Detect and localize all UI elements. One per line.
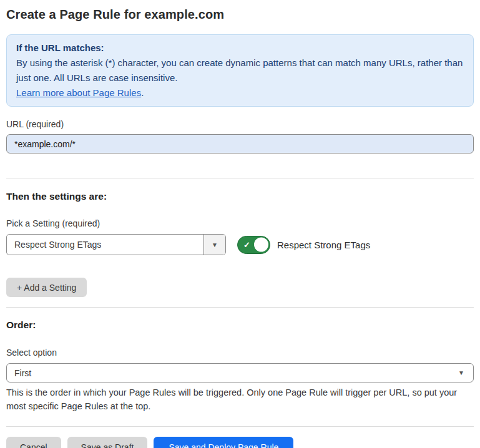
- footer-actions: Cancel Save as Draft Save and Deploy Pag…: [6, 437, 474, 448]
- setting-select-value: Respect Strong ETags: [7, 235, 203, 255]
- settings-section-heading: Then the settings are:: [6, 190, 474, 202]
- url-input[interactable]: [6, 134, 474, 153]
- chevron-down-icon: ▼: [212, 241, 218, 248]
- order-help-text: This is the order in which your Page Rul…: [6, 386, 474, 413]
- add-setting-button[interactable]: + Add a Setting: [6, 278, 87, 297]
- setting-select[interactable]: Respect Strong ETags ▼: [6, 234, 226, 255]
- url-field-label: URL (required): [6, 119, 474, 130]
- setting-toggle[interactable]: ✓: [237, 236, 270, 254]
- link-suffix: .: [141, 87, 144, 98]
- info-box-body: By using the asterisk (*) character, you…: [16, 56, 464, 85]
- toggle-label: Respect Strong ETags: [277, 240, 370, 250]
- toggle-knob: [254, 238, 268, 252]
- page-rule-form: Create a Page Rule for example.com If th…: [0, 0, 480, 448]
- order-section-heading: Order:: [6, 319, 474, 331]
- divider: [6, 178, 474, 178]
- order-select-value: First: [14, 368, 31, 378]
- check-icon: ✓: [243, 241, 250, 249]
- setting-select-arrow-button[interactable]: ▼: [203, 235, 225, 255]
- divider: [6, 426, 474, 427]
- save-and-deploy-button[interactable]: Save and Deploy Page Rule: [154, 437, 293, 448]
- learn-more-link[interactable]: Learn more about Page Rules: [16, 87, 141, 98]
- info-box-heading: If the URL matches:: [16, 41, 464, 56]
- page-title: Create a Page Rule for example.com: [6, 6, 474, 22]
- order-select[interactable]: First ▼: [6, 363, 474, 382]
- setting-row: Respect Strong ETags ▼ ✓ Respect Strong …: [6, 234, 474, 255]
- info-box-link-line: Learn more about Page Rules.: [16, 85, 464, 100]
- cancel-button[interactable]: Cancel: [6, 437, 61, 448]
- order-select-label: Select option: [6, 348, 474, 358]
- url-match-info-box: If the URL matches: By using the asteris…: [6, 34, 474, 107]
- divider: [6, 307, 474, 308]
- chevron-down-icon: ▼: [458, 369, 464, 376]
- pick-setting-label: Pick a Setting (required): [6, 218, 474, 229]
- save-as-draft-button[interactable]: Save as Draft: [67, 437, 148, 448]
